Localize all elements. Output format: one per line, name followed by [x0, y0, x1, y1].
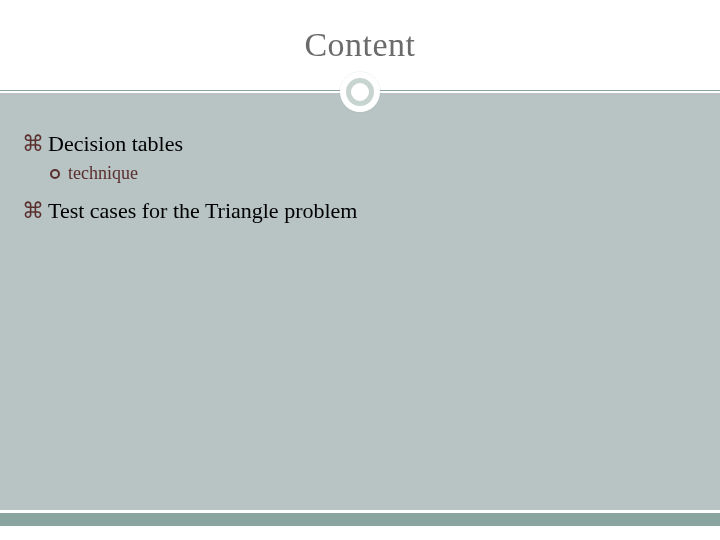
list-item-sub: technique — [50, 163, 698, 184]
bullet-icon: ⌘ — [22, 133, 44, 155]
bullet-text: Decision tables — [48, 131, 183, 157]
circle-bullet-icon — [50, 169, 60, 179]
title-ring-icon — [340, 72, 380, 112]
slide: Content ⌘ Decision tables technique ⌘ Te… — [0, 0, 720, 540]
footer-bar — [0, 512, 720, 526]
body-area: ⌘ Decision tables technique ⌘ Test cases… — [0, 93, 720, 510]
bullet-text: Test cases for the Triangle problem — [48, 198, 357, 224]
list-item: ⌘ Test cases for the Triangle problem — [22, 198, 698, 224]
list-item: ⌘ Decision tables — [22, 131, 698, 157]
slide-title: Content — [304, 26, 415, 64]
ring-inner-icon — [346, 78, 374, 106]
bullet-icon: ⌘ — [22, 200, 44, 222]
bullet-text: technique — [68, 163, 138, 184]
